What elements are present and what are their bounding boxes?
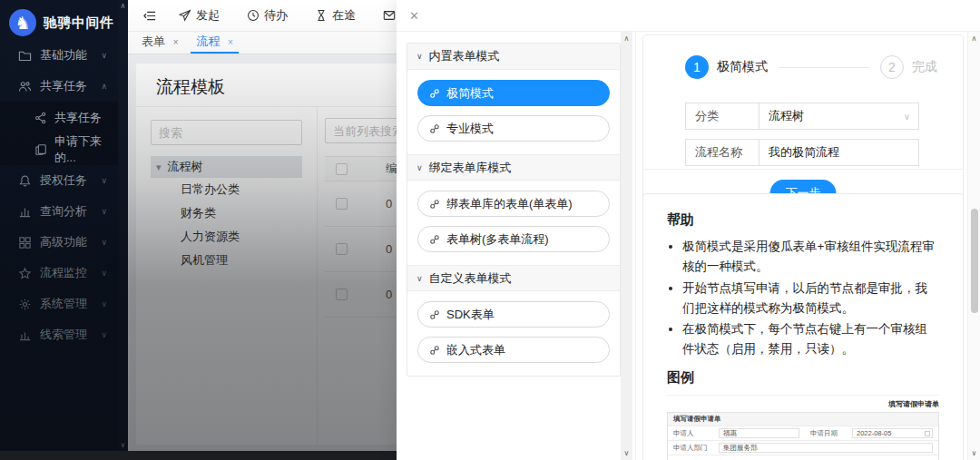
scroll-up-icon[interactable]: ∧: [968, 34, 980, 43]
scroll-up-icon[interactable]: ∧: [621, 34, 632, 43]
mode-embedded-form[interactable]: 嵌入式表单: [417, 337, 610, 363]
help-bullet: 开始节点填写申请，以后的节点都是审批，我们把这样的模式称为极简模式。: [682, 279, 939, 318]
legend-preview: 填写请假申请单 填写请假申请单 申请人 福惠 申请日期 2022-08-05 申…: [667, 395, 939, 460]
calendar-icon: [925, 431, 930, 436]
category-label: 分类: [685, 103, 760, 130]
legend-value: 集团服务部: [719, 443, 933, 453]
wizard-form: 分类 流程树 ∨ 流程名称 我的极简流程: [685, 103, 919, 175]
mode-form-tree-multi[interactable]: 表单树(多表单流程): [417, 226, 610, 252]
legend-label: 申请日期: [805, 429, 852, 438]
chevron-down-icon: ∨: [416, 274, 423, 283]
create-process-drawer: ✕ ∨ 内置表单模式 极简模式 专业模式 ∨ 绑定表单库模式: [397, 0, 980, 460]
legend-table-header: 填写请假申请单: [668, 413, 938, 426]
legend-form-table: 填写请假申请单 申请人 福惠 申请日期 2022-08-05 申请人部门 集团服…: [667, 412, 939, 460]
step-1-label: 极简模式: [717, 59, 768, 75]
chevron-down-icon: ∨: [416, 52, 423, 61]
mode-bound-single-form[interactable]: 绑表单库的表单(单表单): [417, 191, 610, 217]
link-icon: [429, 88, 440, 99]
form-mode-panel: ∨ 内置表单模式 极简模式 专业模式 ∨ 绑定表单库模式: [407, 43, 621, 377]
link-icon: [429, 123, 440, 134]
help-title: 帮助: [667, 211, 939, 229]
help-bullet-list: 极简模式是采用傻瓜表单+审核组件实现流程审核的一种模式。 开始节点填写申请，以后…: [682, 237, 939, 359]
help-card: 帮助 极简模式是采用傻瓜表单+审核组件实现流程审核的一种模式。 开始节点填写申请…: [642, 193, 964, 460]
step-connector: [779, 67, 869, 68]
wizard-card: 1 极简模式 2 完成 分类 流程树 ∨ 流程名称 我的极简流程 下一步: [642, 34, 964, 210]
scroll-down-icon[interactable]: ∨: [621, 449, 632, 457]
close-icon[interactable]: ✕: [409, 9, 419, 23]
help-bullet: 极简模式是采用傻瓜表单+审核组件实现流程审核的一种模式。: [682, 237, 939, 277]
scroll-down-icon[interactable]: ∨: [968, 449, 980, 457]
process-name-input[interactable]: 我的极简流程: [760, 139, 919, 166]
section-builtin-form-modes[interactable]: ∨ 内置表单模式: [407, 44, 620, 70]
column-divider: [635, 32, 636, 460]
step-1-circle: 1: [685, 55, 709, 79]
select-arrow-icon: ∨: [904, 112, 910, 122]
legend-form-title: 填写请假申请单: [667, 399, 939, 409]
legend-value: 福惠: [719, 428, 799, 438]
category-select[interactable]: 流程树 ∨: [760, 103, 919, 130]
legend-title: 图例: [667, 369, 939, 387]
link-icon: [429, 309, 440, 320]
mode-professional[interactable]: 专业模式: [417, 115, 610, 142]
mode-panel-scrollbar[interactable]: ∧ ∨: [621, 32, 632, 460]
scrollbar-thumb[interactable]: [971, 209, 978, 313]
process-name-label: 流程名称: [685, 139, 760, 166]
step-indicator: 1 极简模式 2 完成: [685, 55, 937, 79]
mode-sdk-form[interactable]: SDK表单: [417, 301, 610, 328]
section-bound-form-library-modes[interactable]: ∨ 绑定表单库模式: [407, 154, 620, 181]
link-icon: [429, 199, 440, 210]
drawer-overlay-mask[interactable]: [0, 0, 397, 460]
legend-date-value: 2022-08-05: [852, 428, 933, 438]
drawer-right-scrollbar[interactable]: ∧ ∨: [967, 32, 980, 460]
legend-label: 申请人部门: [668, 444, 719, 453]
card-divider: [643, 169, 963, 170]
link-icon: [429, 234, 440, 245]
link-icon: [429, 345, 440, 356]
chevron-down-icon: ∨: [416, 163, 423, 172]
drawer-header: ✕: [397, 0, 980, 32]
step-2-label: 完成: [912, 59, 937, 75]
help-bullet: 在极简模式下，每个节点右键上有一个审核组件状态（启用，禁用，只读）。: [682, 319, 939, 359]
step-2-circle: 2: [880, 55, 904, 79]
legend-label: 申请人: [668, 429, 719, 438]
mode-minimal[interactable]: 极简模式: [417, 80, 610, 106]
section-custom-form-modes[interactable]: ∨ 自定义表单模式: [407, 265, 620, 291]
